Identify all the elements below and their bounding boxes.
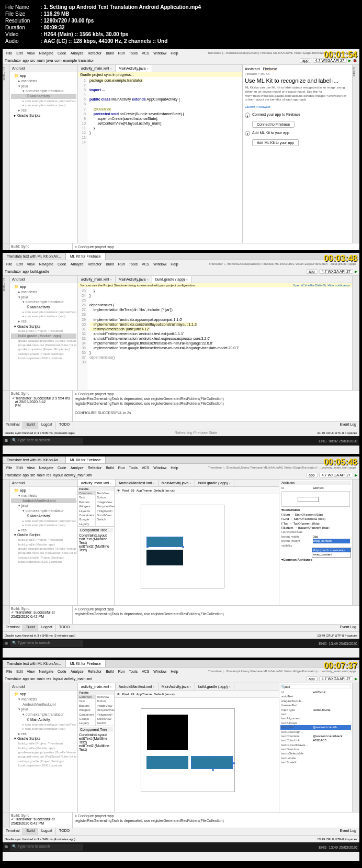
- tree-manifest[interactable]: AndroidManifest.xml: [11, 498, 76, 504]
- tree-pkg-t[interactable]: ▸ com.example.translator (test): [11, 103, 76, 107]
- tree-gradle[interactable]: ▸ Gradle Scripts: [11, 113, 76, 118]
- dropdown-open: 0dp (match constraint) wrap_content: [312, 548, 351, 558]
- line-gutter: 1234567891011121314: [78, 77, 87, 243]
- layout-toolbar: 👁 Pixel 29 AppTheme Default (en-us): [115, 487, 279, 494]
- opt-wrap-content[interactable]: wrap_content: [312, 552, 350, 557]
- build-header: Build: Sync: [11, 244, 71, 248]
- menu-window[interactable]: Window: [152, 51, 168, 55]
- browser-tab-1[interactable]: Translate text with ML Kit on An...: [3, 253, 66, 260]
- code-editor[interactable]: package com.example.translator; import .…: [87, 77, 242, 243]
- opt-match-constraint[interactable]: 0dp (match constraint): [312, 548, 350, 552]
- launch-browser-link[interactable]: Launch in browser: [245, 105, 350, 108]
- assist-desc: ML KitYou can use ML Kit to label object…: [245, 86, 350, 102]
- gradle-editor[interactable]: } } dependencies { implementation fileTr…: [87, 287, 352, 390]
- browser-tab-2[interactable]: ML Kit for Firebase: [66, 253, 106, 260]
- breadcrumb-java[interactable]: java: [46, 59, 53, 62]
- tab-firebase[interactable]: Firebase: [263, 67, 277, 71]
- tab-assistant[interactable]: Assistant: [245, 67, 259, 71]
- ct-editText[interactable]: editText (Multiline Text): [79, 537, 113, 544]
- add-mlkit-button[interactable]: Add ML Kit to your app: [252, 139, 299, 146]
- assistant-panel: Assistant Firebase Firebase > ML Kit Use…: [242, 65, 352, 243]
- breadcrumb-com[interactable]: com: [54, 59, 61, 62]
- menu-analyze[interactable]: Analyze: [69, 51, 85, 55]
- assist-title: Use ML Kit to recognize and label i...: [245, 77, 350, 84]
- tab-activity-xml[interactable]: activity_main.xml×: [78, 65, 116, 72]
- timestamp: 00:03:48: [324, 254, 357, 263]
- tree-pkg[interactable]: ▾ com.example.translator: [11, 88, 76, 94]
- attributes-panel: Attributes ideditText ▾ Constraints ℓ St…: [279, 480, 352, 605]
- toolbar: Translator app src main java com example…: [3, 57, 359, 65]
- breadcrumb-app[interactable]: app: [22, 59, 29, 62]
- menu-refactor[interactable]: Refactor: [86, 51, 103, 55]
- tree-java[interactable]: ▾ java: [11, 84, 76, 89]
- menu-navigate[interactable]: Navigate: [37, 51, 55, 55]
- screenshot-1: 00:01:54 File Edit View Navigate Code An…: [3, 49, 359, 250]
- run-config[interactable]: app: [300, 58, 311, 63]
- menu-help[interactable]: Help: [169, 51, 179, 55]
- step2-label: Add ML Kit to your app: [252, 131, 289, 136]
- screenshot-3: 00:05:48 Translate text with ML Kit on A…: [3, 457, 359, 658]
- tree-mainactivity[interactable]: © MainActivity: [11, 94, 76, 99]
- menu-vcs[interactable]: VCS: [140, 51, 151, 55]
- attr-search[interactable]: [285, 685, 350, 688]
- hide-notif-link[interactable]: Hide notification: [327, 284, 350, 287]
- menu-view[interactable]: View: [25, 51, 36, 55]
- tab-mainactivity-java[interactable]: MainActivity.java×: [116, 65, 152, 72]
- menu-build[interactable]: Build: [104, 51, 116, 55]
- file-metadata: File Name: 1. Setting up Android Text Tr…: [0, 0, 362, 49]
- breadcrumb-src[interactable]: src: [30, 59, 35, 62]
- open-ps-link[interactable]: Open (Ctrl+Alt+Shift+S): [293, 284, 326, 287]
- tree-app[interactable]: 📁 app: [11, 73, 76, 79]
- tab-build-gradle[interactable]: build.gradle (:app)×: [152, 276, 191, 283]
- menu-file[interactable]: File: [5, 51, 14, 55]
- ct-editText2-sel[interactable]: editText2 (Multiline Text): [79, 744, 113, 751]
- breadcrumb-tr[interactable]: translator: [78, 59, 94, 62]
- sync-banner: Gradle project sync in progress...: [78, 72, 242, 77]
- assist-breadcrumb[interactable]: Firebase > ML Kit: [245, 72, 350, 75]
- screenshot-2: 00:03:48 Translate text with ML Kit on A…: [3, 253, 359, 454]
- breadcrumb-ex[interactable]: example: [63, 59, 77, 62]
- menu-code[interactable]: Code: [56, 51, 68, 55]
- build-output[interactable]: > Configure project :app registerResGene…: [73, 243, 359, 250]
- ct-editText2[interactable]: editText2 (Multiline Text): [79, 544, 113, 552]
- attr-textColor[interactable]: textColor@android:color/b...: [280, 725, 351, 729]
- layout-height-dropdown[interactable]: wrap_content: [313, 539, 350, 543]
- fb-refresh: Refreshing Firebase State: [75, 430, 318, 435]
- lt-eye[interactable]: 👁: [117, 489, 120, 492]
- lt-device[interactable]: Pixel: [122, 489, 129, 492]
- menu-run[interactable]: Run: [117, 51, 127, 55]
- tree-res[interactable]: ▸ res: [11, 108, 76, 113]
- project-panel[interactable]: Android 📁 app ▸ manifests ▾ java ▾ com.e…: [10, 65, 78, 243]
- timestamp: 00:01:54: [324, 50, 357, 60]
- step1-label: Connect your app to Firebase: [252, 113, 300, 118]
- breadcrumb-main[interactable]: main: [37, 59, 44, 62]
- menu-edit[interactable]: Edit: [15, 51, 24, 55]
- project-tool[interactable]: 1: Project: [3, 67, 6, 243]
- screenshot-4: 00:07:37 Translate text with ML Kit on A…: [3, 660, 359, 861]
- breadcrumb-root[interactable]: Translator: [5, 59, 21, 62]
- ct-root[interactable]: ConstraintLayout: [79, 533, 113, 537]
- menu-tools[interactable]: Tools: [128, 51, 139, 55]
- tree-build-gradle-app[interactable]: build.gradle (Module: app): [11, 333, 76, 339]
- tree-pkg-at[interactable]: ▸ com.example.translator (androidTest): [11, 99, 76, 103]
- gradle-tool[interactable]: Gradle: [353, 67, 356, 76]
- connect-firebase-button[interactable]: Connect to Firebase: [252, 121, 295, 128]
- menu-bar[interactable]: File Edit View Navigate Code Analyze Ref…: [3, 49, 359, 57]
- build-task[interactable]: ↻ Translator: Build model...: [11, 248, 71, 250]
- palette-panel[interactable]: Palette Common Text Buttons Widgets Layo…: [78, 487, 115, 605]
- tree-manifests[interactable]: ▸ manifests: [11, 79, 76, 84]
- layout-canvas[interactable]: [115, 494, 279, 605]
- project-view-selector[interactable]: Android: [10, 65, 77, 72]
